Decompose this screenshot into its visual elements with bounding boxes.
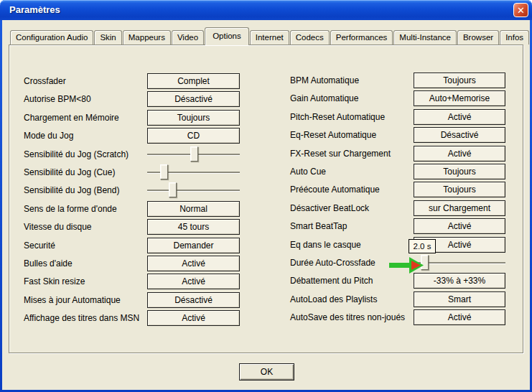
slider-sensibilit-du-jog-scratch[interactable] — [147, 146, 240, 162]
option-button-d-sactiver-beatlock[interactable]: sur Chargement — [414, 200, 505, 216]
setting-label-smart-beattap: Smart BeatTap — [290, 218, 347, 234]
setting-label-securit: Securité — [24, 238, 55, 253]
settings-dialog: Paramètres ✕ Configuration AudioSkinMapp… — [0, 0, 532, 392]
setting-label-d-sactiver-beatlock: Désactiver BeatLock — [290, 200, 369, 216]
tab-skin[interactable]: Skin — [94, 30, 121, 45]
tab-browser[interactable]: Browser — [457, 30, 499, 45]
setting-label-gain-automatique: Gain Automatique — [290, 90, 358, 106]
option-button-sens-de-la-forme-d-onde[interactable]: Normal — [147, 201, 240, 217]
dialog-body: Configuration AudioSkinMappeursVideoOpti… — [2, 20, 530, 390]
setting-label-pr-coute-automatique: Préécoute Automatique — [290, 182, 380, 197]
tab-configuration-audio[interactable]: Configuration Audio — [10, 30, 93, 45]
setting-label-sensibilit-du-jog-bend: Sensibilité du Jog (Bend) — [24, 182, 119, 198]
setting-row-sensibilit-du-jog-cue: Sensibilité du Jog (Cue) — [24, 164, 240, 180]
setting-row-d-battement-du-pitch: Débattement du Pitch-33% à +33% — [290, 273, 505, 289]
close-icon: ✕ — [517, 5, 525, 16]
setting-row-bulles-d-aide: Bulles d'aideActivé — [24, 256, 240, 271]
setting-label-sens-de-la-forme-d-onde: Sens de la forme d'onde — [24, 201, 117, 217]
option-button-securit[interactable]: Demander — [147, 238, 240, 253]
green-arrow-annotation-icon — [389, 256, 424, 274]
slider-track — [147, 190, 240, 191]
option-button-chargement-en-m-moire[interactable]: Toujours — [147, 110, 240, 126]
setting-row-mode-du-jog: Mode du JogCD — [24, 128, 240, 144]
setting-row-crossfader: CrossfaderComplet — [24, 73, 240, 89]
option-button-gain-automatique[interactable]: Auto+Memorise — [414, 90, 505, 106]
tab-mappeurs[interactable]: Mappeurs — [123, 30, 171, 45]
setting-row-chargement-en-m-moire: Chargement en MémoireToujours — [24, 110, 240, 126]
setting-row-autorise-bpm-80: Autorise BPM<80Désactivé — [24, 91, 240, 107]
setting-row-mises-jour-automatique: Mises à jour AutomatiqueDésactivé — [24, 292, 240, 308]
setting-row-fast-skin-resize: Fast Skin resizeActivé — [24, 274, 240, 289]
tab-video[interactable]: Video — [172, 30, 204, 45]
setting-label-mises-jour-automatique: Mises à jour Automatique — [24, 292, 121, 308]
setting-row-autosave-des-titres-non-jou-s: AutoSave des titres non-jouésActivé — [290, 309, 505, 325]
slider-thumb[interactable] — [169, 182, 177, 197]
setting-label-auto-cue: Auto Cue — [290, 164, 326, 179]
setting-row-gain-automatique: Gain AutomatiqueAuto+Memorise — [290, 90, 505, 106]
options-tab-panel: CrossfaderCompletAutorise BPM<80Désactiv… — [9, 45, 523, 353]
tab-internet[interactable]: Internet — [250, 30, 289, 45]
slider-dur-e-auto-crossfade[interactable] — [414, 255, 505, 271]
setting-label-mode-du-jog: Mode du Jog — [24, 128, 73, 144]
setting-label-autosave-des-titres-non-jou-s: AutoSave des titres non-joués — [290, 309, 405, 325]
setting-row-pitch-reset-automatique: Pitch-Reset AutomatiqueActivé — [290, 109, 505, 125]
setting-row-d-sactiver-beatlock: Désactiver BeatLocksur Chargement — [290, 200, 505, 216]
tab-performances[interactable]: Performances — [330, 30, 393, 45]
close-button[interactable]: ✕ — [513, 3, 528, 17]
slider-thumb[interactable] — [190, 146, 198, 162]
setting-row-sens-de-la-forme-d-onde: Sens de la forme d'ondeNormal — [24, 201, 240, 217]
setting-row-eq-reset-automatique: Eq-Reset AutomatiqueDésactivé — [290, 127, 505, 143]
slider-sensibilit-du-jog-cue[interactable] — [147, 164, 240, 180]
slider-sensibilit-du-jog-bend[interactable] — [147, 182, 240, 198]
option-button-pitch-reset-automatique[interactable]: Activé — [414, 109, 505, 125]
option-button-pr-coute-automatique[interactable]: Toujours — [414, 182, 505, 197]
titlebar[interactable]: Paramètres ✕ — [0, 0, 532, 20]
setting-label-sensibilit-du-jog-cue: Sensibilité du Jog (Cue) — [24, 164, 115, 180]
option-button-smart-beattap[interactable]: Activé — [414, 218, 505, 234]
setting-row-pr-coute-automatique: Préécoute AutomatiqueToujours — [290, 182, 505, 197]
setting-row-auto-cue: Auto CueToujours — [290, 164, 505, 179]
setting-label-affichage-des-titres-dans-msn: Affichage des titres dans MSN — [24, 310, 139, 326]
option-button-autoload-des-playlists[interactable]: Smart — [414, 291, 505, 307]
setting-label-d-battement-du-pitch: Débattement du Pitch — [290, 273, 373, 289]
tab-codecs[interactable]: Codecs — [290, 30, 330, 45]
setting-row-vitesse-du-disque: Vitesse du disque45 tours — [24, 219, 240, 235]
option-button-autosave-des-titres-non-jou-s[interactable]: Activé — [414, 309, 505, 325]
option-button-affichage-des-titres-dans-msn[interactable]: Activé — [147, 310, 240, 326]
options-column-right: BPM AutomatiqueToujoursGain AutomatiqueA… — [290, 73, 505, 327]
setting-label-vitesse-du-disque: Vitesse du disque — [24, 219, 92, 235]
option-button-auto-cue[interactable]: Toujours — [414, 164, 505, 179]
option-button-eq-reset-automatique[interactable]: Désactivé — [414, 127, 505, 143]
option-button-vitesse-du-disque[interactable]: 45 tours — [147, 219, 240, 235]
setting-row-affichage-des-titres-dans-msn: Affichage des titres dans MSNActivé — [24, 310, 240, 326]
option-button-fast-skin-resize[interactable]: Activé — [147, 274, 240, 289]
setting-label-crossfader: Crossfader — [24, 73, 66, 89]
setting-row-smart-beattap: Smart BeatTapActivé — [290, 218, 505, 234]
option-button-crossfader[interactable]: Complet — [147, 73, 240, 89]
setting-label-autoload-des-playlists: AutoLoad des Playlists — [290, 291, 377, 307]
option-button-mode-du-jog[interactable]: CD — [147, 128, 240, 144]
setting-label-eq-reset-automatique: Eq-Reset Automatique — [290, 127, 376, 143]
setting-label-sensibilit-du-jog-scratch: Sensibilité du Jog (Scratch) — [24, 146, 129, 162]
tab-options[interactable]: Options — [205, 27, 249, 45]
tab-multi-instance[interactable]: Multi-Instance — [393, 30, 457, 45]
ok-button[interactable]: OK — [239, 363, 294, 381]
setting-row-eq-dans-le-casque: Eq dans le casqueActivé — [290, 237, 505, 253]
setting-row-fx-reset-sur-chargement: FX-Reset sur ChargementActivé — [290, 146, 505, 162]
setting-label-autorise-bpm-80: Autorise BPM<80 — [24, 91, 91, 107]
tab-infos[interactable]: Infos — [500, 30, 529, 45]
option-button-bpm-automatique[interactable]: Toujours — [414, 73, 505, 88]
option-button-d-battement-du-pitch[interactable]: -33% à +33% — [414, 273, 505, 289]
slider-thumb[interactable] — [160, 164, 168, 179]
setting-label-dur-e-auto-crossfade: Durée Auto-Crossfade — [290, 255, 375, 271]
window-title: Paramètres — [9, 0, 60, 19]
setting-row-securit: SecuritéDemander — [24, 238, 240, 253]
tab-bar: Configuration AudioSkinMappeursVideoOpti… — [10, 27, 530, 45]
option-button-bulles-d-aide[interactable]: Activé — [147, 256, 240, 271]
option-button-mises-jour-automatique[interactable]: Désactivé — [147, 292, 240, 308]
crossfade-duration-tooltip: 2.0 s — [409, 239, 436, 253]
options-column-left: CrossfaderCompletAutorise BPM<80Désactiv… — [24, 73, 240, 328]
option-button-autorise-bpm-80[interactable]: Désactivé — [147, 91, 240, 107]
setting-label-eq-dans-le-casque: Eq dans le casque — [290, 237, 361, 253]
option-button-fx-reset-sur-chargement[interactable]: Activé — [414, 146, 505, 162]
